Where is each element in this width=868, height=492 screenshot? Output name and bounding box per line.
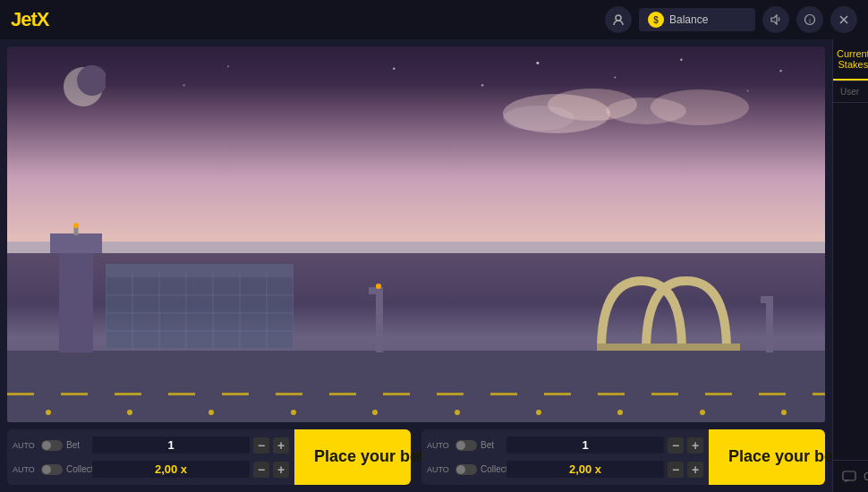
svg-rect-24: [597, 344, 740, 351]
bet-increase-1[interactable]: +: [273, 437, 289, 454]
bet-value-input-1[interactable]: [92, 437, 250, 454]
balance-box: $ Balance: [639, 8, 755, 31]
svg-point-27: [536, 62, 539, 64]
bet-label-2: Bet: [481, 440, 503, 450]
game-viewport: [7, 47, 825, 422]
balance-coin-icon: $: [648, 12, 664, 28]
user-icon: [612, 13, 625, 26]
stars: [7, 47, 825, 234]
bet-controls: AUTO Bet − + AUTO: [7, 422, 825, 485]
bet-inputs-1: AUTO Bet − + AUTO: [7, 429, 294, 485]
bet-label-1: Bet: [66, 440, 89, 450]
toggle-knob-collect-2: [456, 465, 465, 474]
svg-point-26: [481, 84, 483, 86]
runway: [7, 351, 825, 422]
stakes-table-header: User Bet Collect Win: [833, 81, 868, 103]
svg-rect-13: [106, 273, 294, 349]
close-icon: [838, 13, 850, 26]
collect-toggle-1[interactable]: [41, 464, 63, 475]
toggle-knob-2: [456, 441, 465, 450]
svg-point-25: [393, 67, 395, 69]
runway-centerline: [7, 393, 825, 395]
user-icon-button[interactable]: [605, 6, 632, 33]
svg-point-0: [616, 15, 621, 21]
right-panel: Current Stakes My bets Statistics User B…: [832, 39, 868, 492]
runway-light: [208, 410, 214, 415]
collect-value-1: 2,00 x: [92, 461, 250, 478]
place-bet-button-2[interactable]: Place your bet: [709, 429, 825, 485]
auto-label-2: AUTO: [427, 441, 452, 450]
place-bet-button-1[interactable]: Place your bet: [294, 429, 411, 485]
stakes-table: User Bet Collect Win: [833, 81, 868, 460]
svg-point-28: [614, 77, 616, 79]
runway-light: [46, 410, 51, 415]
header: JetX $ Balance i: [0, 0, 868, 39]
collect-row-1: AUTO Collect 2,00 x − +: [13, 457, 289, 481]
auto-label-1: AUTO: [13, 441, 38, 450]
runway-light: [127, 410, 132, 415]
auto-label-collect-1: AUTO: [13, 465, 38, 474]
runway-light: [372, 410, 378, 415]
bet-inputs-2: AUTO Bet − + AUTO: [421, 429, 709, 485]
runway-light: [536, 410, 541, 415]
runway-light: [700, 410, 705, 415]
svg-point-32: [227, 65, 229, 67]
chat-footer[interactable]: Chat ∧: [833, 460, 868, 492]
runway-light: [291, 410, 296, 415]
balance-label: Balance: [669, 13, 708, 26]
collect-increase-1[interactable]: +: [273, 462, 289, 478]
logo-accent: X: [37, 8, 49, 30]
sound-button[interactable]: [762, 6, 789, 33]
chat-icon: [842, 470, 856, 484]
runway-light: [781, 410, 787, 415]
game-area: AUTO Bet − + AUTO: [0, 39, 832, 492]
close-button[interactable]: [830, 6, 857, 33]
bet-row-2: AUTO Bet − +: [427, 433, 703, 457]
svg-rect-14: [106, 264, 294, 277]
runway-lights: [7, 410, 825, 415]
info-icon: i: [804, 13, 816, 26]
auto-toggle-2[interactable]: [455, 440, 477, 451]
chat-label: Chat: [864, 471, 868, 483]
control-tower: [59, 250, 93, 352]
bet-increase-2[interactable]: +: [687, 437, 703, 454]
svg-marker-1: [771, 15, 777, 24]
watchtower-1: [372, 287, 383, 352]
tabs-header: Current Stakes My bets Statistics: [833, 39, 868, 81]
auto-toggle-1[interactable]: [41, 440, 63, 451]
collect-toggle-2[interactable]: [455, 464, 477, 475]
main-content: AUTO Bet − + AUTO: [0, 39, 868, 492]
svg-point-31: [779, 70, 781, 72]
logo-main: Jet: [11, 8, 37, 30]
col-user: User: [840, 87, 868, 97]
bet-panel-2: AUTO Bet − + AUTO: [421, 429, 825, 485]
bet-value-input-2[interactable]: [506, 437, 664, 454]
toggle-knob-1: [42, 441, 51, 450]
svg-rect-34: [843, 471, 855, 480]
collect-label-1: Collect: [66, 464, 89, 474]
info-button[interactable]: i: [796, 6, 823, 33]
auto-label-collect-2: AUTO: [427, 465, 452, 474]
bet-decrease-1[interactable]: −: [253, 437, 269, 454]
collect-decrease-1[interactable]: −: [253, 462, 269, 478]
runway-light: [455, 410, 460, 415]
bet-panel-1: AUTO Bet − + AUTO: [7, 429, 411, 485]
collect-label-2: Collect: [481, 464, 503, 474]
tab-current-stakes[interactable]: Current Stakes: [833, 39, 868, 81]
sound-icon: [770, 13, 782, 26]
logo: JetX: [11, 8, 48, 31]
svg-point-30: [747, 89, 749, 91]
svg-point-29: [680, 59, 682, 61]
header-controls: $ Balance i: [605, 6, 857, 33]
bet-row-1: AUTO Bet − +: [13, 433, 289, 457]
collect-decrease-2[interactable]: −: [668, 462, 684, 478]
svg-point-33: [183, 84, 184, 86]
watchtower-2: [763, 296, 773, 352]
runway-light: [617, 410, 623, 415]
collect-row-2: AUTO Collect 2,00 x − +: [427, 457, 703, 481]
collect-value-2: 2,00 x: [506, 461, 664, 478]
bet-decrease-2[interactable]: −: [668, 437, 684, 454]
toggle-knob-collect-1: [42, 465, 51, 474]
collect-increase-2[interactable]: +: [687, 462, 703, 478]
terminal-building: [106, 264, 294, 352]
